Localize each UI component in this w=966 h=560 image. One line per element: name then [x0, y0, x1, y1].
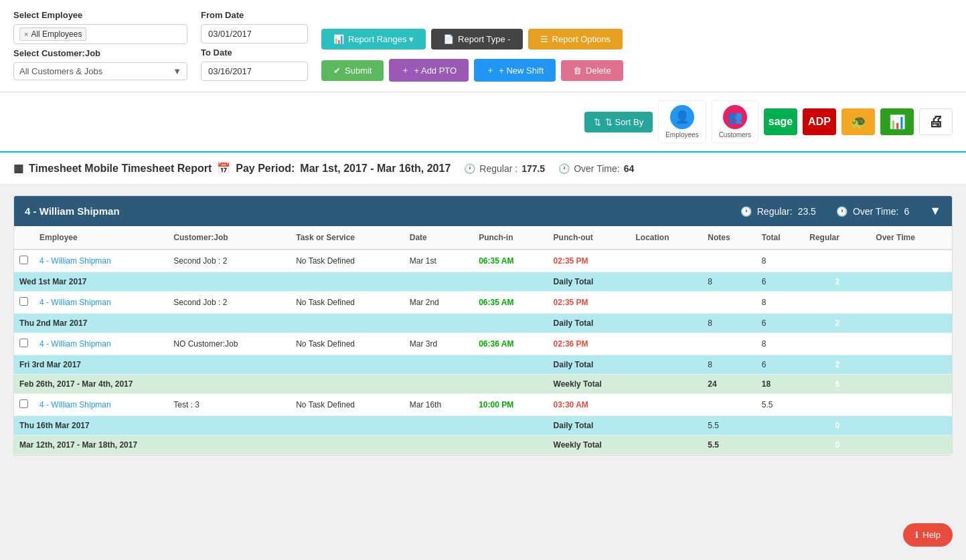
weekly-total-label-1: Weekly Total	[548, 375, 703, 394]
employee-regular-stat: 🕐 Regular: 23.5	[740, 206, 816, 217]
daily-total-date-2: Thu 2nd Mar 2017	[14, 314, 548, 333]
row4-checkbox-cell[interactable]	[14, 394, 34, 416]
employees-icon-box[interactable]: 👤 Employees	[658, 100, 706, 143]
sort-by-button[interactable]: ⇅ ⇅ Sort By	[584, 112, 653, 132]
to-date-label: To Date	[201, 48, 308, 58]
daily-total-total-1: 8	[702, 272, 756, 292]
from-date-label: From Date	[201, 10, 308, 20]
row1-overtime	[870, 250, 952, 272]
row1-employee-link[interactable]: 4 - William Shipman	[39, 256, 111, 266]
employee-form-group: Select Employee × All Employees Select C…	[13, 10, 187, 80]
quickbooks-online-logo[interactable]: 📊	[880, 108, 914, 135]
table-row: 4 - William Shipman Second Job : 2 No Ta…	[14, 250, 952, 272]
row4-regular	[804, 394, 870, 416]
report-grid-icon: ▦	[13, 162, 23, 175]
daily-total-regular-1: 6	[756, 272, 804, 292]
customers-icon-box[interactable]: 👥 Customers	[712, 100, 758, 143]
employees-icon-label: Employees	[665, 131, 698, 138]
print-logo[interactable]: 🖨	[919, 108, 953, 135]
new-shift-button[interactable]: ＋ + New Shift	[474, 59, 556, 82]
row3-checkbox[interactable]	[19, 339, 28, 347]
new-shift-icon: ＋	[486, 64, 495, 76]
emp-overtime-value: 6	[904, 206, 909, 217]
daily-total-total-4: 5.5	[702, 416, 756, 436]
report-options-button[interactable]: ☰ Report Options	[528, 29, 623, 50]
employee-section-chevron[interactable]: ▼	[929, 204, 941, 218]
sage-label: sage	[769, 116, 793, 128]
row1-regular	[804, 250, 870, 272]
icon-row: ⇅ ⇅ Sort By 👤 Employees 👥 Customers sage…	[0, 92, 966, 153]
row1-employee: 4 - William Shipman	[34, 250, 168, 272]
qb-logo[interactable]: 🐢	[841, 108, 875, 135]
daily-total-extra-2	[870, 314, 952, 333]
sage-logo[interactable]: sage	[764, 108, 797, 135]
weekly-total-date-range-2: Mar 12th, 2017 - Mar 18th, 2017	[14, 436, 548, 455]
row1-task-service: No Task Defined	[291, 250, 404, 272]
report-ranges-label: Report Ranges ▾	[348, 34, 414, 44]
report-header: ▦ Timesheet Mobile Timesheet Report 📅 Pa…	[0, 153, 966, 185]
col-punch-out: Punch-out	[548, 226, 631, 250]
employee-label: Select Employee	[13, 10, 187, 20]
regular-value: 177.5	[521, 163, 545, 174]
row3-employee: 4 - William Shipman	[34, 333, 168, 355]
row4-punch-out: 03:30 AM	[548, 394, 631, 416]
weekly-total-total-2: 5.5	[702, 436, 756, 455]
row3-punch-in: 06:36 AM	[473, 333, 548, 355]
weekly-total-extra-1	[870, 375, 952, 394]
row2-checkbox[interactable]	[19, 297, 28, 306]
customer-select[interactable]: All Customers & Jobs ▼	[13, 62, 187, 80]
customer-label: Select Customer:Job	[13, 48, 187, 58]
col-checkbox	[14, 226, 34, 250]
daily-total-overtime-4: 0	[804, 416, 870, 436]
report-type-button[interactable]: 📄 Report Type -	[431, 29, 523, 50]
row4-checkbox[interactable]	[19, 399, 28, 408]
from-date-input[interactable]	[201, 24, 308, 43]
col-regular: Regular	[804, 226, 870, 250]
adp-logo[interactable]: ADP	[803, 108, 836, 135]
qb-icon: 🐢	[850, 114, 867, 130]
daily-total-regular-4	[756, 416, 804, 436]
row3-employee-link[interactable]: 4 - William Shipman	[39, 339, 111, 349]
print-icon: 🖨	[929, 113, 943, 130]
report-ranges-button[interactable]: 📊 Report Ranges ▾	[321, 29, 426, 50]
employee-select[interactable]: × All Employees	[13, 24, 187, 44]
customer-select-arrow: ▼	[173, 66, 181, 76]
col-employee: Employee	[34, 226, 168, 250]
employee-overtime-stat: 🕐 Over Time: 6	[836, 206, 909, 217]
date-form-group: From Date To Date	[201, 10, 308, 81]
employee-name: 4 - William Shipman	[25, 205, 120, 217]
to-date-input[interactable]	[201, 62, 308, 81]
weekly-total-overtime-2: 0	[804, 436, 870, 455]
row2-checkbox-cell[interactable]	[14, 292, 34, 314]
row4-overtime	[870, 394, 952, 416]
report-type-icon: 📄	[443, 34, 454, 44]
top-bar: Select Employee × All Employees Select C…	[0, 0, 966, 92]
weekly-total-extra-2	[870, 436, 952, 455]
sort-by-label: ⇅ Sort By	[605, 117, 643, 127]
delete-button[interactable]: 🗑 Delete	[561, 60, 623, 81]
row1-checkbox[interactable]	[19, 256, 28, 264]
employee-name-text: 4 - William Shipman	[25, 205, 120, 217]
employee-tag-close[interactable]: ×	[24, 30, 28, 38]
col-customer-job: Customer:Job	[168, 226, 291, 250]
daily-total-label-3: Daily Total	[548, 355, 703, 375]
row3-checkbox-cell[interactable]	[14, 333, 34, 355]
submit-button[interactable]: ✔ Submit	[321, 60, 384, 81]
row1-checkbox-cell[interactable]	[14, 250, 34, 272]
row3-date: Mar 3rd	[404, 333, 473, 355]
add-pto-label: + Add PTO	[414, 66, 457, 76]
row4-date: Mar 16th	[404, 394, 473, 416]
report-ranges-icon: 📊	[333, 34, 344, 44]
row2-customer-job: Second Job : 2	[168, 292, 291, 314]
weekly-total-label-2: Weekly Total	[548, 436, 703, 455]
employee-header-stats: 🕐 Regular: 23.5 🕐 Over Time: 6 ▼	[740, 204, 941, 218]
buttons-row-1: 📊 Report Ranges ▾ 📄 Report Type - ☰ Repo…	[321, 29, 623, 50]
row4-employee-link[interactable]: 4 - William Shipman	[39, 400, 111, 409]
pay-period-value: Mar 1st, 2017 - Mar 16th, 2017	[300, 163, 451, 175]
overtime-value: 64	[624, 163, 635, 174]
report-title: ▦ Timesheet Mobile Timesheet Report 📅 Pa…	[13, 162, 451, 175]
weekly-total-date-range-1: Feb 26th, 2017 - Mar 4th, 2017	[14, 375, 548, 394]
row2-employee-link[interactable]: 4 - William Shipman	[39, 298, 111, 307]
add-pto-button[interactable]: ＋ + Add PTO	[389, 59, 469, 82]
daily-total-date-4: Thu 16th Mar 2017	[14, 416, 548, 436]
